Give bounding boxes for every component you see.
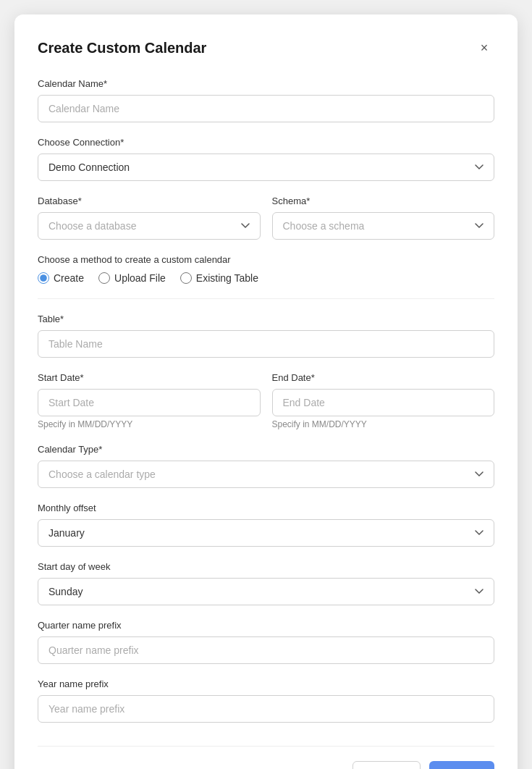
modal-header: Create Custom Calendar ×	[38, 38, 494, 58]
schema-label: Schema*	[272, 196, 495, 206]
radio-upload-text: Upload File	[114, 272, 166, 284]
quarter-prefix-label: Quarter name prefix	[38, 620, 494, 631]
divider	[38, 298, 494, 299]
radio-existing[interactable]	[180, 272, 192, 284]
method-radio-group: Create Upload File Existing Table	[38, 272, 494, 284]
cancel-button[interactable]: Cancel	[352, 761, 421, 769]
method-section: Choose a method to create a custom calen…	[38, 254, 494, 284]
modal-title: Create Custom Calendar	[38, 40, 206, 56]
close-button[interactable]: ×	[474, 38, 494, 58]
radio-create-label[interactable]: Create	[38, 272, 84, 284]
calendar-name-section: Calendar Name*	[38, 78, 494, 122]
end-date-section: End Date* Specify in MM/DD/YYYY	[272, 372, 495, 429]
radio-upload-label[interactable]: Upload File	[98, 272, 166, 284]
modal-footer: Cancel Create	[38, 746, 494, 769]
radio-existing-label[interactable]: Existing Table	[180, 272, 258, 284]
end-date-hint: Specify in MM/DD/YYYY	[272, 419, 495, 429]
database-select[interactable]: Choose a database	[38, 212, 261, 240]
table-label: Table*	[38, 314, 494, 324]
monthly-offset-label: Monthly offset	[38, 503, 494, 513]
radio-create-text: Create	[54, 272, 84, 284]
year-prefix-section: Year name prefix	[38, 678, 494, 723]
connection-select[interactable]: Demo Connection	[38, 154, 494, 181]
radio-create[interactable]	[38, 272, 49, 284]
start-day-select[interactable]: Sunday	[38, 578, 494, 605]
monthly-offset-section: Monthly offset January	[38, 503, 494, 547]
start-day-section: Start day of week Sunday	[38, 561, 494, 605]
calendar-type-section: Calendar Type* Choose a calendar type	[38, 444, 494, 488]
calendar-name-label: Calendar Name*	[38, 78, 494, 89]
table-section: Table*	[38, 314, 494, 358]
radio-upload[interactable]	[98, 272, 110, 284]
db-schema-section: Database* Choose a database Schema* Choo…	[38, 196, 494, 240]
start-day-label: Start day of week	[38, 561, 494, 572]
year-prefix-input[interactable]	[38, 695, 494, 723]
start-date-input[interactable]	[38, 389, 261, 416]
method-label: Choose a method to create a custom calen…	[38, 254, 494, 265]
connection-section: Choose Connection* Demo Connection	[38, 137, 494, 181]
end-date-input[interactable]	[272, 389, 495, 416]
start-date-hint: Specify in MM/DD/YYYY	[38, 419, 261, 429]
calendar-type-select[interactable]: Choose a calendar type	[38, 461, 494, 488]
date-section: Start Date* Specify in MM/DD/YYYY End Da…	[38, 372, 494, 429]
year-prefix-label: Year name prefix	[38, 678, 494, 689]
database-label: Database*	[38, 196, 261, 206]
monthly-offset-select[interactable]: January	[38, 519, 494, 547]
create-custom-calendar-modal: Create Custom Calendar × Calendar Name* …	[14, 14, 518, 769]
start-date-label: Start Date*	[38, 372, 261, 383]
table-input[interactable]	[38, 330, 494, 358]
connection-label: Choose Connection*	[38, 137, 494, 148]
quarter-prefix-section: Quarter name prefix	[38, 620, 494, 664]
calendar-name-input[interactable]	[38, 95, 494, 122]
radio-existing-text: Existing Table	[196, 272, 258, 284]
database-section: Database* Choose a database	[38, 196, 261, 240]
end-date-label: End Date*	[272, 372, 495, 383]
calendar-type-label: Calendar Type*	[38, 444, 494, 455]
schema-section: Schema* Choose a schema	[272, 196, 495, 240]
quarter-prefix-input[interactable]	[38, 636, 494, 664]
start-date-section: Start Date* Specify in MM/DD/YYYY	[38, 372, 261, 429]
create-button[interactable]: Create	[429, 761, 494, 769]
schema-select[interactable]: Choose a schema	[272, 212, 495, 240]
